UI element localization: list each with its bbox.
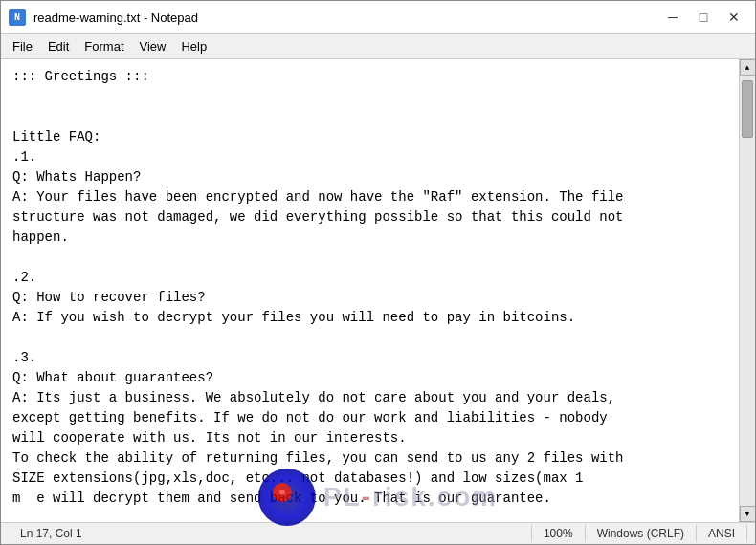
cursor-position: Ln 17, Col 1 <box>9 525 532 542</box>
menu-edit[interactable]: Edit <box>40 36 77 56</box>
scroll-thumb[interactable] <box>742 80 753 138</box>
menu-format[interactable]: Format <box>77 36 131 56</box>
menu-file[interactable]: File <box>5 36 40 56</box>
menu-help[interactable]: Help <box>173 36 214 56</box>
title-bar: N readme-warning.txt - Notepad ─ □ ✕ <box>1 1 755 34</box>
scrollbar[interactable]: ▲ ▼ <box>739 59 755 522</box>
app-icon-text: N <box>14 12 20 23</box>
title-controls: ─ □ ✕ <box>659 7 747 28</box>
zoom-level: 100% <box>532 525 586 542</box>
notepad-window: N readme-warning.txt - Notepad ─ □ ✕ Fil… <box>0 0 756 545</box>
close-button[interactable]: ✕ <box>721 7 747 28</box>
scroll-up-button[interactable]: ▲ <box>740 59 756 76</box>
title-left: N readme-warning.txt - Notepad <box>9 9 198 26</box>
encoding: ANSI <box>697 525 747 542</box>
window-title: readme-warning.txt - Notepad <box>33 11 198 25</box>
maximize-button[interactable]: □ <box>690 7 717 28</box>
menu-bar: File Edit Format View Help <box>1 34 755 59</box>
app-icon: N <box>9 9 26 26</box>
menu-view[interactable]: View <box>132 36 174 56</box>
text-editor[interactable]: ::: Greetings ::: Little FAQ: .1. Q: Wha… <box>1 59 739 522</box>
content-area: ::: Greetings ::: Little FAQ: .1. Q: Wha… <box>1 59 755 522</box>
minimize-button[interactable]: ─ <box>659 7 686 28</box>
scroll-track[interactable] <box>740 76 755 506</box>
line-ending: Windows (CRLF) <box>586 525 697 542</box>
scroll-down-button[interactable]: ▼ <box>740 506 756 522</box>
status-bar: Ln 17, Col 1 100% Windows (CRLF) ANSI <box>1 522 755 544</box>
